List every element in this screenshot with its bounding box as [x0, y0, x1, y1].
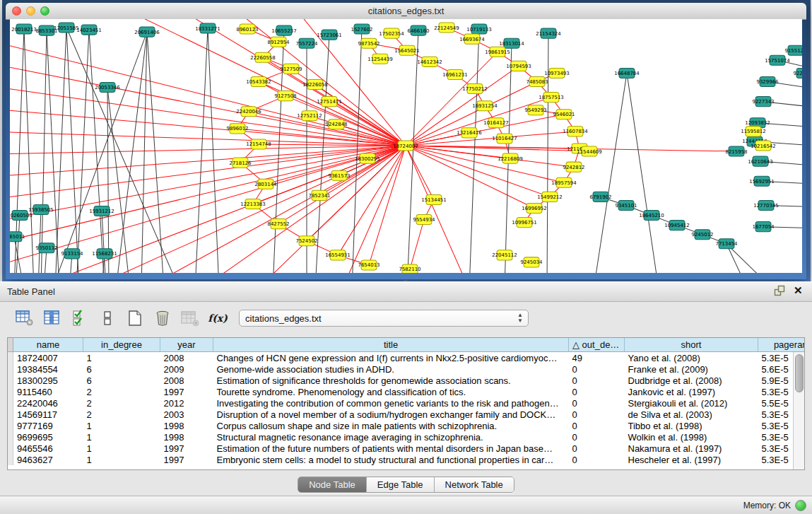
cell-in_degree[interactable]: 1 [83, 352, 160, 364]
cell-name[interactable]: 9465546 [13, 443, 83, 454]
graph-node[interactable]: 9242812 [563, 162, 584, 172]
cell-year[interactable]: 2003 [160, 409, 213, 420]
graph-node[interactable]: 7852341 [308, 190, 330, 200]
graph-node[interactable]: 16693674 [459, 34, 485, 44]
graph-node[interactable]: 9133154 [61, 249, 83, 259]
graph-node[interactable]: 16648784 [614, 68, 640, 78]
cell-out_degree[interactable]: 0 [569, 375, 625, 386]
graph-node[interactable]: 18957594 [551, 177, 577, 187]
cell-in_degree[interactable]: 1 [83, 454, 160, 465]
cell-in_degree[interactable]: 1 [83, 431, 160, 443]
cell-name[interactable]: 9699695 [13, 431, 83, 443]
cell-short[interactable]: Tibbo et al. (1998) [625, 420, 758, 431]
cell-out_degree[interactable]: 0 [569, 431, 625, 443]
column-header-name[interactable]: name [13, 338, 83, 352]
graph-node[interactable]: 9242848 [325, 119, 347, 129]
graph-node[interactable]: 11568231 [92, 249, 117, 259]
graph-node[interactable]: 7485083 [526, 76, 548, 86]
column-header-out_degree[interactable]: △ out_de… [569, 338, 625, 352]
graph-node[interactable]: 1677054 [752, 222, 775, 232]
tab-node-table[interactable]: Node Table [298, 477, 367, 492]
graph-node[interactable]: 8427552 [267, 219, 289, 229]
cell-in_degree[interactable]: 2 [83, 386, 160, 397]
cell-out_degree[interactable]: 0 [569, 397, 625, 409]
graph-node[interactable]: 20018213 [11, 24, 37, 34]
cell-year[interactable]: 1998 [160, 420, 213, 431]
graph-node[interactable]: 9245034 [520, 257, 543, 267]
graph-node[interactable]: 15931212 [89, 206, 114, 216]
graph-node[interactable]: 8960123 [236, 24, 258, 34]
cell-title[interactable]: Estimation of the future numbers of pati… [213, 443, 569, 454]
cell-year[interactable]: 1997 [160, 443, 213, 454]
graph-node[interactable]: 9245012 [691, 230, 713, 240]
graph-node[interactable]: 11544609 [577, 146, 602, 156]
function-builder-icon[interactable]: f(x) [208, 310, 227, 327]
graph-node[interactable]: 17502354 [379, 28, 404, 38]
table-scrollbar-thumb[interactable] [795, 354, 804, 392]
graph-node[interactable]: 12216809 [498, 153, 523, 163]
graph-node[interactable]: 6466160 [407, 25, 429, 35]
delete-table-icon[interactable] [181, 310, 199, 327]
column-header-title[interactable]: title [213, 338, 569, 352]
graph-node[interactable]: 9549293 [524, 105, 546, 115]
cell-name[interactable]: 18724007 [13, 352, 83, 364]
graph-node[interactable]: 12154748 [246, 139, 271, 149]
cell-title[interactable]: Corpus callosum shape and size in male p… [213, 420, 569, 431]
graph-node[interactable]: 10996751 [512, 218, 537, 228]
graph-node[interactable]: 16996952 [522, 203, 547, 213]
graph-node[interactable]: 13216416 [457, 128, 482, 138]
cell-name[interactable]: 14569117 [13, 409, 83, 420]
cell-in_degree[interactable]: 1 [83, 443, 160, 454]
cell-out_degree[interactable]: 0 [569, 386, 625, 397]
cell-short[interactable]: Dudbridge et al. (2008) [625, 375, 758, 386]
graph-node[interactable]: 15751074 [765, 55, 790, 65]
cell-out_degree[interactable]: 49 [569, 352, 625, 364]
graph-node[interactable]: 7557224 [295, 38, 318, 48]
graph-node[interactable]: 9361573 [328, 170, 350, 180]
tab-network-table[interactable]: Network Table [435, 477, 514, 492]
cell-year[interactable]: 1998 [160, 431, 213, 443]
graph-node[interactable]: 9350112 [35, 243, 57, 253]
cell-out_degree[interactable]: 0 [569, 420, 625, 431]
graph-node[interactable]: 2718126 [229, 158, 252, 168]
cell-title[interactable]: Structural magnetic resonance image aver… [213, 431, 569, 443]
graph-node[interactable]: 22045112 [492, 250, 517, 260]
table-options-icon[interactable] [16, 310, 34, 327]
graph-node[interactable]: 7524502 [295, 236, 317, 246]
cell-title[interactable]: Disruption of a novel member of a sodium… [213, 409, 569, 420]
cell-short[interactable]: de Silva et al. (2003) [625, 409, 758, 420]
graph-node[interactable]: 15499212 [537, 192, 563, 201]
graph-node[interactable]: 8912954 [267, 37, 290, 47]
cell-out_degree[interactable]: 0 [569, 363, 625, 375]
graph-node[interactable]: 16961231 [442, 69, 468, 79]
table-row[interactable]: 946362711997Embryonic stem cells: a mode… [8, 454, 805, 465]
cell-name[interactable]: 9463627 [13, 454, 83, 465]
graph-node[interactable]: 10216542 [751, 141, 776, 151]
table-scrollbar[interactable] [793, 352, 804, 469]
graph-node[interactable]: 7654013 [358, 260, 379, 270]
graph-node[interactable]: 2803144 [254, 179, 277, 189]
table-row[interactable]: 977716911998Corpus callosum shape and si… [8, 420, 805, 431]
graph-node[interactable]: 14612342 [417, 57, 442, 66]
network-canvas[interactable]: 2001821388533011205158514023451206914061… [10, 19, 802, 273]
cell-name[interactable]: 18300295 [13, 375, 83, 386]
cell-year[interactable]: 2009 [160, 363, 213, 375]
cell-title[interactable]: Tourette syndrome. Phenomenology and cla… [213, 386, 569, 397]
graph-node[interactable]: 22124549 [434, 23, 459, 33]
cell-short[interactable]: Hescheler et al. (1997) [625, 454, 758, 465]
network-window-titlebar[interactable]: citations_edges.txt [6, 3, 806, 20]
network-window[interactable]: citations_edges.txt 20018213885330112051… [6, 3, 806, 279]
graph-node[interactable]: 15134451 [421, 194, 447, 204]
column-visibility-icon[interactable] [43, 310, 61, 327]
column-header-pagerank[interactable]: pagerank [758, 338, 806, 352]
cell-year[interactable]: 1997 [160, 454, 213, 465]
memory-status-indicator[interactable] [795, 500, 806, 511]
new-column-icon[interactable] [126, 310, 144, 327]
cell-in_degree[interactable]: 6 [83, 375, 160, 386]
cell-in_degree[interactable]: 2 [83, 397, 160, 409]
graph-node[interactable]: 9873542 [358, 38, 379, 48]
graph-node[interactable]: 20053346 [95, 82, 120, 92]
graph-node[interactable]: 9329966 [756, 76, 779, 86]
graph-node[interactable]: 9127508 [274, 91, 296, 101]
graph-node[interactable]: 12770345 [753, 200, 779, 210]
